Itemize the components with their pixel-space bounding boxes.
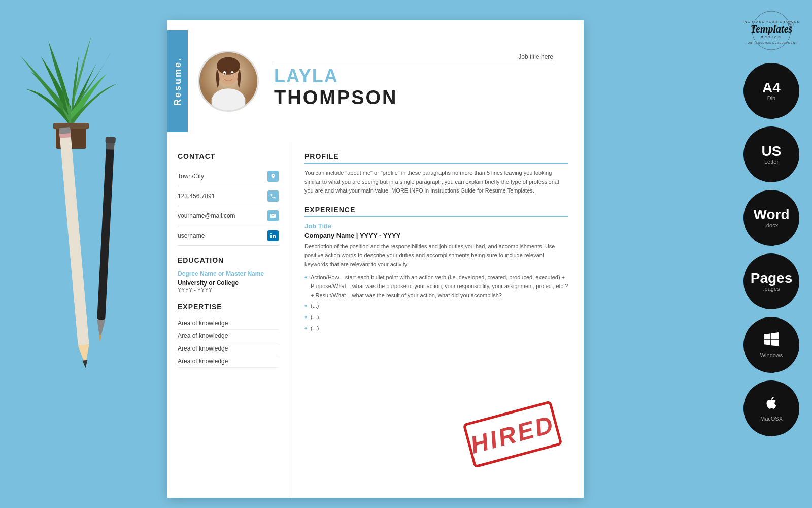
format-badge-us: US Letter bbox=[743, 126, 799, 182]
contact-section: CONTACT Town/City 123.456.7891 yourname@… bbox=[178, 152, 279, 246]
university-name: University or College bbox=[178, 279, 279, 287]
degree-name: Degree Name or Master Name bbox=[178, 270, 279, 277]
right-panel: INCREASE YOUR CHANCES Templates ® design… bbox=[731, 0, 812, 508]
expertise-section: EXPERTISE Area of knowledge Area of know… bbox=[178, 303, 279, 368]
svg-text:®: ® bbox=[790, 23, 792, 26]
contact-phone-label: 123.456.7891 bbox=[178, 193, 215, 200]
svg-point-19 bbox=[224, 73, 226, 75]
bullet-item-3: (...) bbox=[304, 313, 568, 322]
svg-marker-5 bbox=[82, 360, 88, 368]
profile-section-title: PROFILE bbox=[304, 152, 568, 164]
bullet-item-2: (...) bbox=[304, 302, 568, 311]
expertise-item-4: Area of knowledge bbox=[178, 355, 279, 368]
expertise-title: EXPERTISE bbox=[178, 303, 279, 311]
us-label: US bbox=[762, 144, 782, 158]
mac-label: MacOSX bbox=[760, 416, 783, 422]
contact-phone: 123.456.7891 bbox=[178, 186, 279, 206]
profile-text: You can include "about me" or "profile" … bbox=[304, 169, 568, 196]
profile-section: PROFILE You can include "about me" or "p… bbox=[304, 152, 568, 196]
svg-rect-8 bbox=[97, 142, 114, 320]
svg-rect-12 bbox=[105, 137, 116, 143]
linkedin-icon bbox=[267, 230, 279, 241]
resume-label-bar: Resume. bbox=[167, 30, 188, 132]
pages-sub: .pages bbox=[763, 285, 780, 292]
expertise-item-2: Area of knowledge bbox=[178, 330, 279, 342]
svg-point-16 bbox=[217, 57, 240, 75]
svg-rect-3 bbox=[59, 132, 89, 345]
brand-logo: INCREASE YOUR CHANCES Templates ® design… bbox=[736, 10, 807, 53]
expertise-item-1: Area of knowledge bbox=[178, 317, 279, 330]
left-sidebar: CONTACT Town/City 123.456.7891 yourname@… bbox=[167, 142, 289, 498]
experience-section: EXPERIENCE Job Title Company Name | YYYY… bbox=[304, 206, 568, 333]
name-section: Job title here LAYLA THOMPSON bbox=[274, 53, 568, 109]
profile-photo bbox=[198, 51, 259, 112]
contact-linkedin-label: username bbox=[178, 232, 205, 239]
format-badge-a4: A4 Din bbox=[743, 63, 799, 119]
format-badge-word: Word .docx bbox=[743, 190, 799, 246]
email-icon bbox=[267, 210, 279, 221]
format-badge-pages: Pages .pages bbox=[743, 253, 799, 309]
bullet-item-1: Action/How – start each bullet point wit… bbox=[304, 273, 568, 300]
contact-linkedin: username bbox=[178, 226, 279, 246]
a4-label: A4 bbox=[762, 81, 781, 95]
company-info: Company Name | YYYY - YYYY bbox=[304, 232, 568, 239]
svg-rect-7 bbox=[59, 127, 71, 134]
experience-section-title: EXPERIENCE bbox=[304, 206, 568, 217]
windows-icon bbox=[764, 332, 779, 350]
svg-text:design: design bbox=[761, 35, 782, 39]
svg-marker-11 bbox=[98, 335, 102, 342]
us-sub: Letter bbox=[764, 158, 779, 165]
word-label: Word bbox=[753, 208, 789, 222]
contact-email-label: yourname@mail.com bbox=[178, 212, 235, 219]
a4-sub: Din bbox=[767, 95, 776, 101]
contact-city: Town/City bbox=[178, 167, 279, 186]
resume-paper: Resume. bbox=[167, 20, 584, 498]
first-name: LAYLA bbox=[274, 66, 568, 86]
location-icon bbox=[267, 171, 279, 182]
contact-email: yourname@mail.com bbox=[178, 206, 279, 226]
svg-text:FOR PERSONAL DEVELOPMENT: FOR PERSONAL DEVELOPMENT bbox=[746, 41, 797, 44]
apple-icon bbox=[764, 396, 779, 414]
windows-label: Windows bbox=[760, 352, 783, 358]
expertise-item-3: Area of knowledge bbox=[178, 342, 279, 355]
job-description: Description of the position and the resp… bbox=[304, 242, 568, 269]
word-sub: .docx bbox=[765, 222, 778, 228]
contact-title: CONTACT bbox=[178, 152, 279, 161]
last-name: THOMPSON bbox=[274, 87, 398, 108]
writing-tools-decoration bbox=[51, 102, 142, 408]
phone-icon bbox=[267, 190, 279, 202]
job-title-label: Job Title bbox=[304, 222, 568, 230]
education-title: EDUCATION bbox=[178, 256, 279, 264]
format-badge-windows: Windows bbox=[743, 317, 799, 373]
resume-label: Resume. bbox=[173, 57, 183, 106]
education-section: EDUCATION Degree Name or Master Name Uni… bbox=[178, 256, 279, 293]
format-badge-mac: MacOSX bbox=[743, 380, 799, 436]
bullet-item-4: (...) bbox=[304, 324, 568, 333]
svg-point-22 bbox=[270, 233, 272, 234]
contact-city-label: Town/City bbox=[178, 173, 204, 180]
svg-point-20 bbox=[231, 73, 233, 75]
svg-text:Templates: Templates bbox=[751, 23, 793, 35]
resume-header: Resume. bbox=[167, 20, 584, 142]
job-title-placeholder: Job title here bbox=[274, 53, 553, 64]
pages-label: Pages bbox=[751, 271, 793, 285]
education-years: YYYY - YYYY bbox=[178, 287, 279, 293]
